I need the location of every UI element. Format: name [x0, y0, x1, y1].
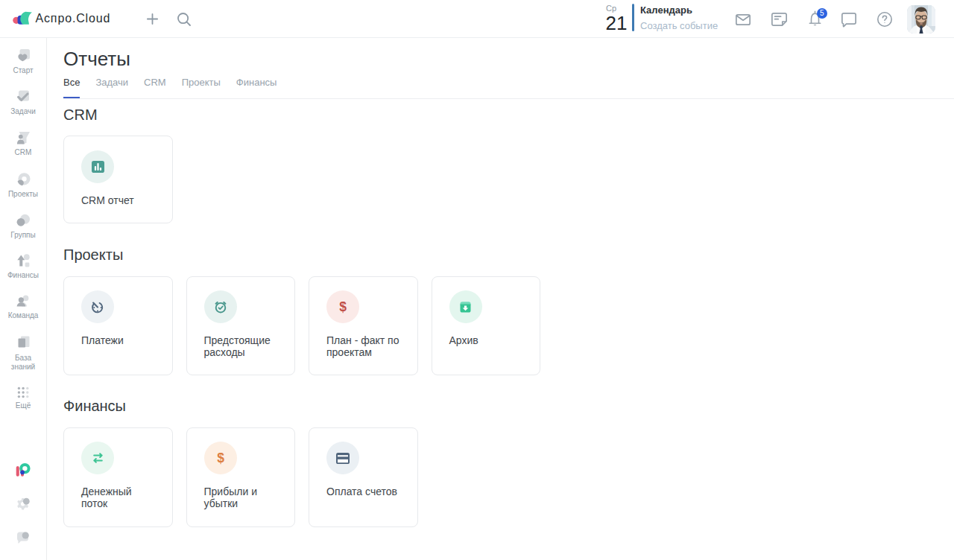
- svg-text:$: $: [217, 451, 224, 465]
- svg-text:$: $: [339, 299, 347, 314]
